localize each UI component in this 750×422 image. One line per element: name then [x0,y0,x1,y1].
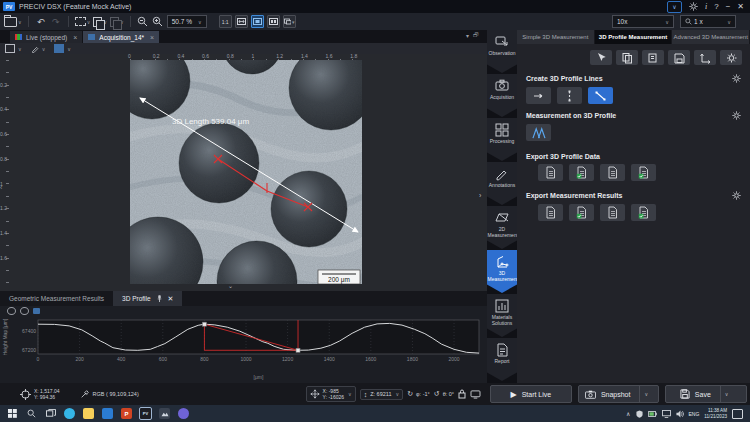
tab-close-icon[interactable]: × [73,34,77,41]
profile-settings-tool-button[interactable] [720,50,742,65]
workflow-step-report[interactable]: Report [487,338,517,381]
duplicate-profile-tool-button[interactable] [642,50,664,65]
tab-list-chevron-icon[interactable]: ▾ [466,32,469,39]
battery-icon[interactable] [648,411,657,417]
section-settings-gear-icon[interactable] [732,111,741,120]
zoom-out-button[interactable] [137,15,149,28]
layout-button[interactable]: ▾ [283,15,296,28]
fill-screen-button[interactable] [251,15,264,28]
workflow-step-3d-measurement[interactable]: 3D Measurement [487,250,517,293]
info-icon[interactable]: i [705,1,707,12]
float-window-icon[interactable]: 🗗 [473,32,479,39]
copy-profile-tool-button[interactable] [616,50,638,65]
image-viewer[interactable]: 00.20.40.60.811.21.41.61.8 0.20.40.60.81… [0,54,487,291]
fit-to-window-button[interactable] [235,15,248,28]
save-profile-tool-button[interactable] [668,50,690,65]
workflow-step-processing[interactable]: Processing [487,118,517,161]
tab-close-icon[interactable]: × [150,34,154,41]
optical-zoom-dropdown[interactable]: 1 x∨ [680,15,736,28]
volume-icon[interactable] [676,410,684,418]
objective-dropdown[interactable]: 10x∨ [612,15,674,28]
workflow-step-observation[interactable]: Observation [487,30,517,73]
select-region-button[interactable]: ∨ [75,15,91,28]
taskbar-app-edge[interactable] [61,406,78,421]
panel-close-icon[interactable]: ✕ [168,295,174,303]
dual-view-button[interactable] [267,15,280,28]
language-indicator[interactable]: ENG [689,411,700,417]
save-button[interactable]: Save ∨ [665,385,747,403]
panel-tab-3d-profile-measurement[interactable]: 3D Profile Measurement [595,30,673,44]
actual-size-button[interactable]: 1:1 [219,15,232,28]
taskbar-app-preciv-dsx[interactable]: PV [137,406,154,421]
settings-gear-icon[interactable] [689,1,698,12]
minimize-icon[interactable]: − [726,1,731,12]
workflow-step-acquisition[interactable]: Acquisition [487,74,517,117]
stage-position-widget[interactable]: X: -985Y: -16026 ∨ [306,386,356,403]
start-button[interactable] [4,406,21,421]
close-icon[interactable]: ✕ [737,1,744,12]
taskbar-app-app-swirl[interactable] [175,406,192,421]
panel-tab-simple-3d-measurement[interactable]: Simple 3D Measurement [517,30,595,44]
zoom-in-button[interactable] [152,15,164,28]
paste-button[interactable]: ∨ [110,15,124,28]
section-settings-gear-icon[interactable] [732,74,741,83]
export-results-table-document-button[interactable] [538,204,563,221]
display-icon[interactable] [470,390,481,399]
vertical-line-button[interactable] [557,87,582,104]
annotation-tool-button[interactable]: ∨ [31,45,46,53]
export-results-text-document-button[interactable] [600,204,625,221]
save-options-chevron-icon[interactable]: ∨ [720,386,733,402]
profile-option-icon[interactable] [7,307,16,315]
rotation-readout[interactable]: ↻ φ: -1° [407,390,430,398]
microscope-image[interactable]: 3D Length 539.04 μm 200 μm [130,60,362,284]
export-data-text-document-button[interactable] [600,164,625,181]
shield-icon[interactable] [636,410,643,418]
document-tab[interactable]: Live (stopped)× [10,31,82,43]
panel-tab-advanced-3d-measurement[interactable]: Advanced 3D Measurement [672,30,750,44]
notification-center-icon[interactable] [732,409,743,419]
height-profile-chart[interactable]: 0200400600800100012001400160018002000672… [0,316,487,382]
zoom-percent-dropdown[interactable]: 50.7 %∨ [167,15,207,28]
document-tab[interactable]: Acquisition_14*× [83,31,159,43]
viewer-collapse-chevron-icon[interactable]: ⌄ [228,282,233,289]
taskbar-app-office-app[interactable] [99,406,116,421]
horizontal-line-button[interactable] [526,87,551,104]
undo-button[interactable]: ↶ [35,15,47,28]
open-file-button[interactable]: ∨ [4,15,22,28]
start-live-button[interactable]: ▶ Start Live [490,385,572,403]
profile-measure-button[interactable] [526,124,551,141]
lock-icon[interactable] [458,389,466,399]
taskbar-clock[interactable]: 11:38 AM11/21/2023 [704,408,727,420]
tilt-readout[interactable]: ↺ θ: 0° [434,390,454,398]
export-results-workbook-document-button[interactable] [631,204,656,221]
profile-refresh-icon[interactable] [20,307,29,315]
right-panel-handle-icon[interactable]: › [479,192,481,199]
workflow-step-materials-solutions[interactable]: Materials Solutions [487,294,517,337]
select-tool-button[interactable] [590,50,612,65]
display-tray-icon[interactable] [662,410,671,418]
image-tool-button[interactable]: ∨ [5,44,22,53]
redo-button[interactable]: ↷ [50,15,62,28]
pin-icon[interactable] [156,295,163,302]
results-tab-3d-profile[interactable]: 3D Profile✕ [113,291,182,306]
workflow-step-annotations[interactable]: Annotations [487,162,517,205]
snapshot-options-chevron-icon[interactable]: ∨ [639,386,652,402]
workflow-step-2d-measurement[interactable]: 2D Measurement [487,206,517,249]
task-view-icon[interactable] [42,406,59,421]
copy-button[interactable]: ∨ [93,15,107,28]
taskbar-search-icon[interactable] [23,406,40,421]
taskbar-app-powerpoint[interactable]: P [118,406,135,421]
corner-line-tool-button[interactable] [694,50,716,65]
help-icon[interactable]: ? [714,1,718,12]
left-panel-handle-icon[interactable]: ‹ [0,184,2,191]
taskbar-app-file-explorer[interactable] [80,406,97,421]
titlebar-chevron-down-icon[interactable]: ∨ [667,1,682,13]
results-tab-geometric-measurement-results[interactable]: Geometric Measurement Results [0,291,113,306]
export-data-workbook-document-button[interactable] [631,164,656,181]
section-settings-gear-icon[interactable] [732,191,741,200]
export-data-excel-document-button[interactable] [569,164,594,181]
chevron-up-icon[interactable]: ∧ [626,410,630,417]
profile-export-icon[interactable] [33,308,40,314]
export-results-excel-document-button[interactable] [569,204,594,221]
overlay-tool-button[interactable]: ∨ [54,44,71,53]
